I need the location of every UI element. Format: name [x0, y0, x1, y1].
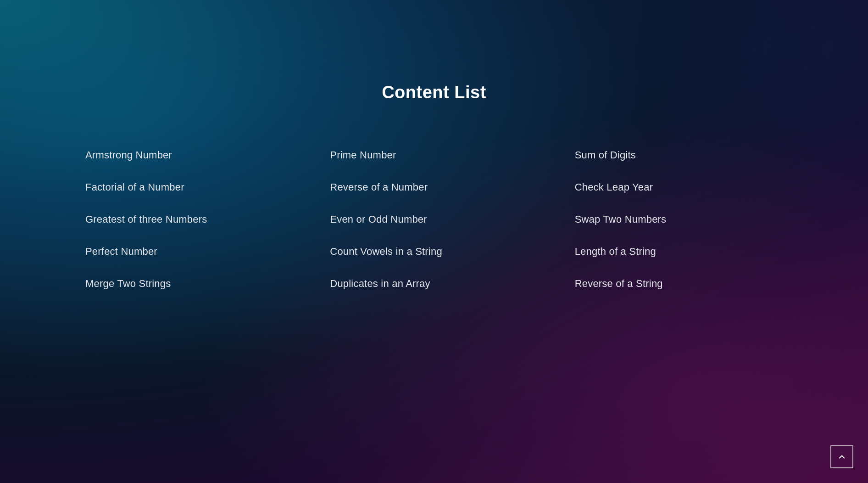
content-column-2: Prime Number Reverse of a Number Even or…: [312, 139, 556, 300]
list-item[interactable]: Even or Odd Number: [330, 203, 538, 236]
list-item[interactable]: Reverse of a String: [575, 268, 783, 300]
arrow-up-icon: [837, 452, 846, 461]
list-item[interactable]: Factorial of a Number: [85, 171, 293, 203]
list-item[interactable]: Prime Number: [330, 139, 538, 171]
page-container: Content List Armstrong Number Factorial …: [0, 0, 868, 483]
list-item[interactable]: Greatest of three Numbers: [85, 203, 293, 236]
list-item[interactable]: Reverse of a Number: [330, 171, 538, 203]
content-grid: Armstrong Number Factorial of a Number G…: [67, 139, 801, 300]
list-item[interactable]: Length of a String: [575, 236, 783, 268]
list-item[interactable]: Check Leap Year: [575, 171, 783, 203]
content-column-3: Sum of Digits Check Leap Year Swap Two N…: [556, 139, 801, 300]
list-item[interactable]: Duplicates in an Array: [330, 268, 538, 300]
list-item[interactable]: Sum of Digits: [575, 139, 783, 171]
list-item[interactable]: Merge Two Strings: [85, 268, 293, 300]
content-column-1: Armstrong Number Factorial of a Number G…: [67, 139, 312, 300]
scroll-to-top-button[interactable]: [830, 445, 853, 468]
list-item[interactable]: Perfect Number: [85, 236, 293, 268]
list-item[interactable]: Swap Two Numbers: [575, 203, 783, 236]
page-title: Content List: [382, 83, 486, 102]
list-item[interactable]: Count Vowels in a String: [330, 236, 538, 268]
list-item[interactable]: Armstrong Number: [85, 139, 293, 171]
